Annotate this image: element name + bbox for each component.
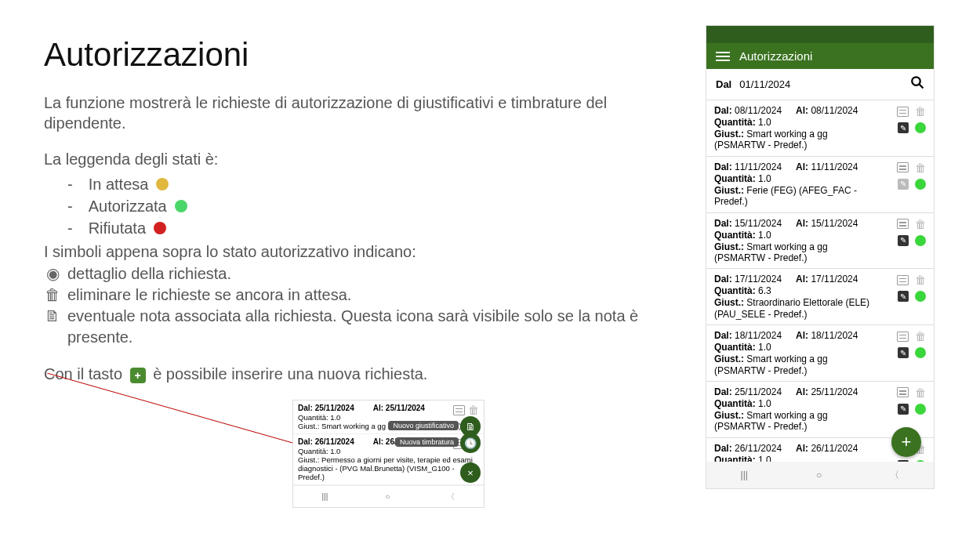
edit-icon[interactable]: ✎ bbox=[898, 291, 909, 302]
edit-icon[interactable]: ✎ bbox=[898, 179, 909, 190]
trash-icon[interactable]: 🗑 bbox=[915, 105, 926, 118]
nav-recent-icon[interactable]: ||| bbox=[741, 469, 748, 480]
symbols-intro: I simboli appena sopra lo stato autorizz… bbox=[44, 241, 687, 262]
tooltip-giustificativo: Nuovo giustificativo bbox=[388, 421, 459, 430]
detail-icon[interactable] bbox=[897, 219, 909, 229]
tooltip-timbratura: Nuova timbratura bbox=[395, 437, 459, 447]
plus-icon: + bbox=[130, 368, 146, 383]
page-title: Autorizzazioni bbox=[44, 36, 687, 74]
svg-point-2 bbox=[912, 77, 920, 85]
detail-icon[interactable] bbox=[897, 275, 909, 285]
sym-note-text: eventuale nota associata alla richiesta.… bbox=[67, 306, 679, 348]
trash-icon[interactable]: 🗑 bbox=[915, 161, 926, 174]
detail-icon[interactable] bbox=[897, 387, 909, 397]
mini-al-1: Al: 25/11/2024 bbox=[373, 404, 425, 412]
mini-dal-2: Dal: 26/11/2024 bbox=[298, 437, 354, 446]
mini-dal-1: Dal: 25/11/2024 bbox=[298, 404, 354, 412]
nav-home-icon[interactable]: ○ bbox=[816, 469, 822, 480]
note-icon: 🗎 bbox=[44, 306, 61, 327]
trash-icon[interactable]: 🗑 bbox=[915, 274, 926, 286]
request-row[interactable]: Dal: 11/11/2024Al: 11/11/2024Quantità: 1… bbox=[706, 157, 934, 213]
legend-approved: Autorizzata bbox=[67, 196, 687, 216]
status-dot-approved-icon bbox=[915, 122, 926, 133]
fab-timbratura-icon[interactable]: 🕓 bbox=[460, 433, 481, 453]
nav-home-icon[interactable]: ○ bbox=[385, 492, 390, 501]
edit-icon[interactable]: ✎ bbox=[898, 122, 909, 133]
trash-icon[interactable]: 🗑 bbox=[915, 218, 926, 230]
svg-line-3 bbox=[919, 84, 923, 88]
nav-back-icon[interactable]: 〈 bbox=[890, 469, 899, 482]
trash-icon[interactable]: 🗑 bbox=[915, 386, 926, 399]
mini-q-2: Quantità: 1.0 bbox=[298, 447, 479, 455]
status-dot-approved-icon bbox=[915, 347, 926, 358]
request-row[interactable]: Dal: 15/11/2024Al: 15/11/2024Quantità: 1… bbox=[706, 213, 934, 270]
phone-mockup: Autorizzazioni Dal 01/11/2024 Dal: 08/11… bbox=[706, 25, 935, 489]
detail-icon[interactable] bbox=[897, 162, 909, 172]
filter-label: Dal bbox=[716, 78, 731, 90]
edit-icon[interactable]: ✎ bbox=[898, 404, 909, 415]
status-dot-approved-icon bbox=[915, 235, 926, 246]
fab-close-icon[interactable]: × bbox=[460, 462, 481, 483]
list-icon bbox=[453, 405, 465, 415]
request-row[interactable]: Dal: 17/11/2024Al: 17/11/2024Quantità: 6… bbox=[706, 269, 934, 325]
status-dot-approved-icon bbox=[915, 179, 926, 190]
legend-pending: In attesa bbox=[67, 174, 687, 194]
edit-icon[interactable]: ✎ bbox=[898, 347, 909, 358]
mini-g-2: Giust.: Permesso a giorni per visite, te… bbox=[298, 455, 479, 481]
detail-icon[interactable] bbox=[897, 332, 909, 342]
sym-detail-text: dettaglio della richiesta. bbox=[67, 263, 231, 285]
edit-icon[interactable]: ✎ bbox=[898, 235, 909, 246]
detail-icon: ◉ bbox=[44, 263, 61, 285]
request-row[interactable]: Dal: 08/11/2024Al: 08/11/2024Quantità: 1… bbox=[706, 100, 934, 157]
sym-delete-text: eliminare le richieste se ancora in atte… bbox=[67, 285, 351, 306]
plus-text-post: è possibile inserire una nuova richiesta… bbox=[153, 365, 427, 382]
search-icon[interactable] bbox=[910, 75, 924, 93]
status-dot-approved-icon bbox=[175, 200, 187, 212]
filter-date-input[interactable]: 01/11/2024 bbox=[739, 78, 902, 90]
legend-rejected: Rifiutata bbox=[67, 218, 687, 238]
phone-statusbar bbox=[706, 26, 934, 43]
fab-add-button[interactable]: + bbox=[891, 427, 921, 457]
status-dot-rejected-icon bbox=[154, 222, 166, 234]
phone-app-title: Autorizzazioni bbox=[739, 49, 812, 63]
nav-back-icon[interactable]: 〈 bbox=[447, 491, 455, 502]
hamburger-icon[interactable] bbox=[716, 52, 730, 61]
status-dot-approved-icon bbox=[915, 404, 926, 415]
trash-icon[interactable]: 🗑 bbox=[915, 330, 926, 343]
status-dot-pending-icon bbox=[156, 178, 169, 190]
trash-icon: 🗑 bbox=[44, 285, 61, 306]
nav-recent-icon[interactable]: ||| bbox=[322, 492, 328, 501]
intro-paragraph: La funzione mostrerà le richieste di aut… bbox=[44, 92, 687, 133]
plus-text-pre: Con il tasto bbox=[44, 365, 122, 382]
mini-phone-screenshot: Dal: 25/11/2024 Al: 25/11/2024 Quantità:… bbox=[292, 400, 485, 508]
request-row[interactable]: Dal: 18/11/2024Al: 18/11/2024Quantità: 1… bbox=[706, 325, 934, 382]
status-dot-approved-icon bbox=[915, 291, 926, 302]
legend-intro: La leggenda degli stati è: bbox=[44, 150, 218, 168]
detail-icon[interactable] bbox=[897, 107, 909, 117]
trash-icon: 🗑 bbox=[468, 404, 479, 416]
